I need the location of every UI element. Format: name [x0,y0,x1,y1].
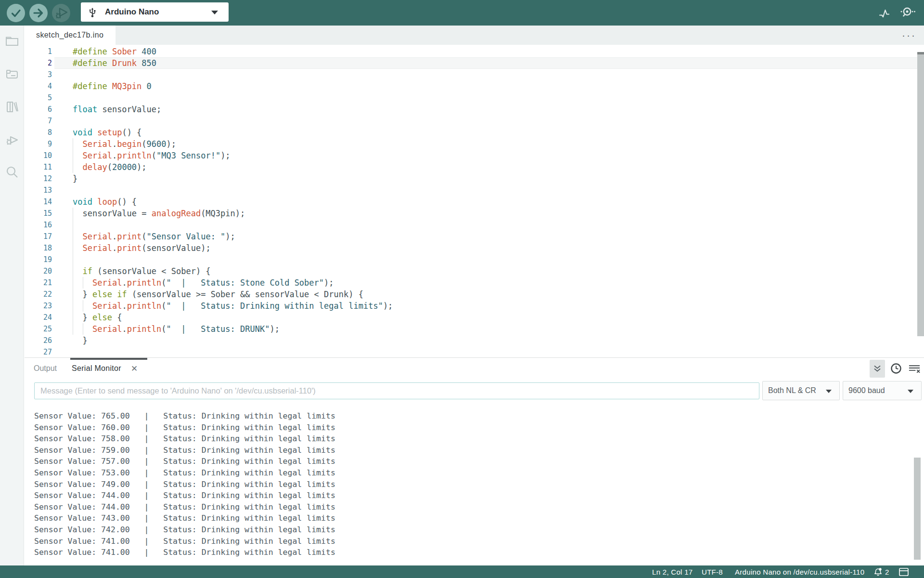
board-selector[interactable]: Arduino Nano [81,2,229,22]
line-number: 8 [25,127,52,138]
code-line[interactable]: 23 Serial.println(" | Status: Drinking w… [25,300,924,312]
sidebar-item-library-manager[interactable] [5,100,19,114]
code-line[interactable]: 1#define Sober 400 [25,46,924,57]
tab-more-button[interactable]: ··· [902,26,916,45]
line-number: 10 [25,150,52,161]
code-line[interactable]: 21 Serial.println(" | Status: Stone Cold… [25,277,924,289]
code-line[interactable]: 12} [25,173,924,184]
serial-monitor-row: Sensor Value: 741.00 | Status: Drinking … [34,547,910,558]
code-line[interactable]: 7 [25,115,924,127]
code-text: float sensorValue; [73,104,161,115]
serial-monitor-scrollbar[interactable] [914,458,921,560]
code-text: Serial.print(sensorValue); [73,242,211,254]
serial-monitor-button[interactable] [898,6,916,21]
line-number: 9 [25,138,52,150]
code-text: #define Sober 400 [73,46,156,57]
code-line[interactable]: 11 delay(20000); [25,161,924,173]
code-line[interactable]: 10 Serial.println("MQ3 Sensor!"); [25,150,924,161]
library-icon [5,100,19,114]
code-text: } [73,335,88,346]
code-line[interactable]: 9 Serial.begin(9600); [25,138,924,150]
boards-manager-icon [5,67,19,82]
baud-rate-select[interactable]: 9600 baud [843,381,922,400]
upload-button[interactable] [29,4,48,22]
toggle-panel-button[interactable] [899,565,909,578]
serial-monitor-row: Sensor Value: 753.00 | Status: Drinking … [34,467,910,479]
line-number: 27 [25,346,52,357]
chevron-down-icon [826,390,832,393]
code-line[interactable]: 14void loop() { [25,196,924,208]
code-line[interactable]: 20 if (sensorValue < Sober) { [25,265,924,277]
double-chevron-down-icon [873,364,882,373]
serial-monitor-output[interactable]: Sensor Value: 765.00 | Status: Drinking … [34,410,910,558]
editor-scrollbar[interactable] [917,52,924,336]
sidebar-item-sketchbook[interactable] [5,34,19,49]
debug-icon [5,132,19,147]
line-number: 24 [25,312,52,323]
close-icon[interactable]: ✕ [131,364,138,374]
code-text: } else { [73,312,122,323]
code-lines: 1#define Sober 4002#define Drunk 85034#d… [25,46,924,357]
timestamp-button[interactable] [890,363,902,374]
debug-button[interactable] [52,4,70,22]
line-ending-select[interactable]: Both NL & CR [762,381,840,400]
code-text: Serial.begin(9600); [73,138,176,150]
code-line[interactable]: 4#define MQ3pin 0 [25,80,924,92]
code-line[interactable]: 22 } else if (sensorValue >= Sober && se… [25,289,924,300]
encoding[interactable]: UTF-8 [702,565,723,578]
arrow-right-icon [33,7,44,19]
code-line[interactable]: 19 [25,254,924,265]
code-text: delay(20000); [73,161,147,173]
file-tab[interactable]: sketch_dec17b.ino [24,26,116,45]
code-editor[interactable]: 1#define Sober 4002#define Drunk 85034#d… [25,45,924,357]
code-line[interactable]: 5 [25,92,924,104]
code-line[interactable]: 24 } else { [25,312,924,323]
clear-output-button[interactable] [908,363,921,374]
serial-plotter-button[interactable] [879,7,890,21]
code-line[interactable]: 3 [25,69,924,80]
serial-message-input[interactable] [34,382,759,399]
line-number: 12 [25,173,52,184]
code-text: Serial.println(" | Status: Drinking with… [73,300,393,312]
chevron-down-icon [211,11,218,14]
serial-monitor-row: Sensor Value: 765.00 | Status: Drinking … [34,410,910,422]
code-line[interactable]: 2#define Drunk 850 [25,57,924,69]
sidebar-item-debugger[interactable] [5,132,19,147]
panel-layout-icon [899,568,909,576]
serial-monitor-row: Sensor Value: 742.00 | Status: Drinking … [34,524,910,536]
code-line[interactable]: 13 [25,184,924,196]
code-text: void setup() { [73,127,141,138]
code-line[interactable]: 27 [25,346,924,357]
code-line[interactable]: 16 [25,219,924,231]
sidebar-item-boards-manager[interactable] [5,67,19,82]
code-line[interactable]: 25 Serial.println(" | Status: DRUNK"); [25,323,924,335]
notifications-button[interactable]: 2 [873,565,889,578]
tab-serial-monitor[interactable]: Serial Monitor [72,364,121,373]
code-line[interactable]: 6float sensorValue; [25,104,924,115]
indent-guide [73,208,73,335]
folder-icon [5,34,19,49]
indent-guide [83,323,83,335]
sidebar-item-search[interactable] [5,165,19,179]
code-text: void loop() { [73,196,137,208]
code-line[interactable]: 18 Serial.print(sensorValue); [25,242,924,254]
serial-monitor-row: Sensor Value: 758.00 | Status: Drinking … [34,433,910,445]
code-line[interactable]: 15 sensorValue = analogRead(MQ3pin); [25,208,924,219]
cursor-position[interactable]: Ln 2, Col 17 [652,565,693,578]
serial-monitor-row: Sensor Value: 743.00 | Status: Drinking … [34,512,910,524]
code-line[interactable]: 8void setup() { [25,127,924,138]
tab-output[interactable]: Output [34,364,57,373]
clear-output-icon [908,363,921,374]
autoscroll-button[interactable] [870,360,885,378]
code-line[interactable]: 26 } [25,335,924,346]
line-number: 19 [25,254,52,265]
verify-button[interactable] [7,4,25,22]
code-text: Serial.println(" | Status: DRUNK"); [73,323,280,335]
line-number: 6 [25,104,52,115]
bell-icon [873,567,883,577]
code-line[interactable]: 17 Serial.print("Sensor Value: "); [25,231,924,242]
line-number: 25 [25,323,52,335]
line-number: 1 [25,46,52,57]
board-port-status[interactable]: Arduino Nano on /dev/cu.usbserial-110 [735,565,864,578]
serial-monitor-row: Sensor Value: 744.00 | Status: Drinking … [34,501,910,513]
